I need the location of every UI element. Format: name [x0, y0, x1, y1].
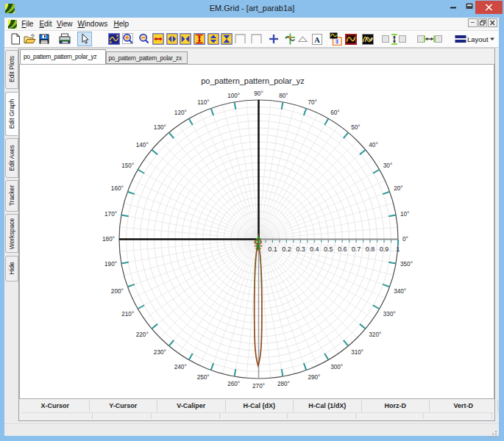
svg-text:220°: 220° — [135, 331, 148, 338]
svg-text:250°: 250° — [196, 374, 209, 381]
svg-text:0.9: 0.9 — [379, 245, 388, 252]
svg-text:0.3: 0.3 — [296, 245, 305, 252]
svg-text:20°: 20° — [394, 184, 402, 191]
svg-text:0.6: 0.6 — [337, 245, 347, 252]
svg-text:100°: 100° — [227, 93, 240, 99]
svg-text:50°: 50° — [351, 123, 360, 130]
svg-text:30°: 30° — [383, 162, 391, 168]
svg-text:210°: 210° — [121, 311, 134, 318]
svg-text:0.8: 0.8 — [365, 245, 375, 252]
svg-text:290°: 290° — [308, 374, 320, 381]
svg-text:40°: 40° — [369, 141, 377, 148]
svg-text:260°: 260° — [227, 380, 240, 387]
svg-text:10°: 10° — [400, 211, 409, 218]
svg-text:A: A — [314, 35, 320, 43]
svg-text:0.1: 0.1 — [268, 245, 277, 252]
svg-text:1: 1 — [396, 245, 400, 252]
svg-text:340°: 340° — [394, 288, 406, 295]
svg-text:80°: 80° — [279, 93, 288, 99]
svg-text:130°: 130° — [153, 123, 166, 130]
svg-text:180°: 180° — [102, 236, 115, 243]
svg-text:300°: 300° — [330, 363, 343, 370]
svg-text:70°: 70° — [308, 98, 316, 105]
svg-text:90°: 90° — [254, 90, 263, 97]
svg-text:0.5: 0.5 — [323, 245, 333, 252]
svg-text:60°: 60° — [330, 110, 339, 116]
svg-text:160°: 160° — [110, 184, 123, 191]
svg-text:190°: 190° — [104, 261, 117, 268]
svg-text:200°: 200° — [110, 288, 123, 295]
svg-text:0.2: 0.2 — [282, 245, 291, 252]
svg-text:330°: 330° — [383, 311, 395, 318]
svg-text:110°: 110° — [197, 98, 209, 105]
svg-text:0.7: 0.7 — [351, 245, 361, 252]
svg-text:170°: 170° — [104, 211, 117, 218]
svg-text:240°: 240° — [174, 363, 186, 370]
svg-text:po_pattern_pattern_polar_yz: po_pattern_pattern_polar_yz — [201, 76, 305, 85]
svg-text:320°: 320° — [369, 331, 381, 338]
svg-text:310°: 310° — [351, 349, 363, 356]
svg-text:270°: 270° — [252, 382, 265, 389]
svg-text:120°: 120° — [174, 110, 186, 116]
svg-text:150°: 150° — [121, 162, 134, 168]
svg-text:140°: 140° — [135, 141, 148, 148]
svg-text:230°: 230° — [153, 349, 166, 356]
svg-text:0.4: 0.4 — [310, 245, 319, 252]
svg-text:0°: 0° — [402, 236, 408, 243]
svg-text:350°: 350° — [400, 261, 413, 268]
svg-text:280°: 280° — [277, 380, 289, 387]
